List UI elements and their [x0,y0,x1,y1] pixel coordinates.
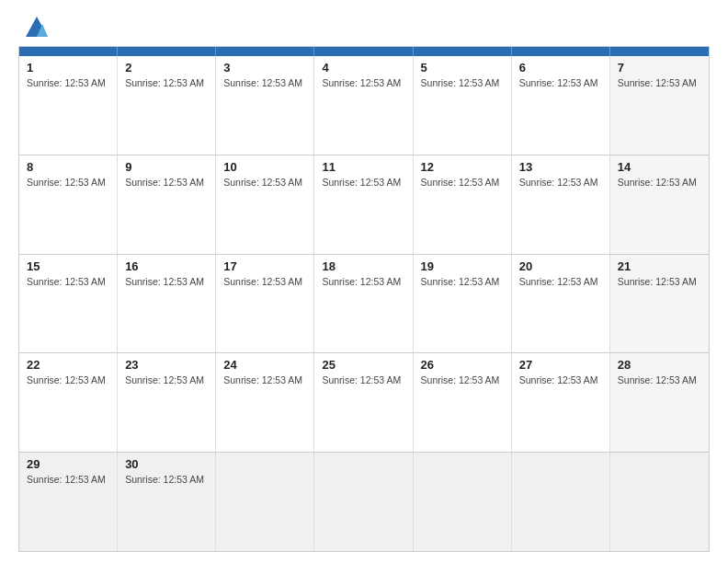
sunrise-time: Sunrise: 12:53 AM [27,177,106,188]
day-number: 27 [519,358,602,372]
page: 1Sunrise: 12:53 AM2Sunrise: 12:53 AM3Sun… [0,0,728,563]
day-cell-22: 22Sunrise: 12:53 AM [19,353,118,452]
day-cell-20: 20Sunrise: 12:53 AM [512,255,610,353]
day-number: 2 [125,61,208,75]
day-cell-13: 13Sunrise: 12:53 AM [512,155,610,254]
day-cell-19: 19Sunrise: 12:53 AM [414,255,512,353]
header-monday [118,47,216,56]
empty-cell [610,453,709,551]
day-number: 10 [223,160,306,174]
day-cell-21: 21Sunrise: 12:53 AM [610,255,709,353]
day-cell-26: 26Sunrise: 12:53 AM [414,353,512,452]
day-cell-9: 9Sunrise: 12:53 AM [118,155,216,254]
calendar-week-1: 1Sunrise: 12:53 AM2Sunrise: 12:53 AM3Sun… [19,56,709,155]
day-number: 16 [125,259,208,273]
day-cell-11: 11Sunrise: 12:53 AM [314,155,413,254]
day-number: 12 [421,160,504,174]
day-cell-12: 12Sunrise: 12:53 AM [414,155,512,254]
sunrise-time: Sunrise: 12:53 AM [223,374,302,385]
day-cell-3: 3Sunrise: 12:53 AM [216,56,314,155]
sunrise-time: Sunrise: 12:53 AM [618,77,697,88]
sunrise-time: Sunrise: 12:53 AM [125,276,204,287]
sunrise-time: Sunrise: 12:53 AM [421,77,500,88]
day-cell-24: 24Sunrise: 12:53 AM [216,353,314,452]
empty-cell [512,453,610,551]
sunrise-time: Sunrise: 12:53 AM [223,177,302,188]
day-number: 8 [27,160,109,174]
sunrise-time: Sunrise: 12:53 AM [618,374,697,385]
logo [18,15,50,40]
sunrise-time: Sunrise: 12:53 AM [322,177,401,188]
day-cell-8: 8Sunrise: 12:53 AM [19,155,118,254]
day-cell-5: 5Sunrise: 12:53 AM [414,56,512,155]
sunrise-time: Sunrise: 12:53 AM [223,276,302,287]
sunrise-time: Sunrise: 12:53 AM [27,276,106,287]
day-number: 9 [125,160,208,174]
sunrise-time: Sunrise: 12:53 AM [27,77,106,88]
sunrise-time: Sunrise: 12:53 AM [125,77,204,88]
sunrise-time: Sunrise: 12:53 AM [618,177,697,188]
day-cell-27: 27Sunrise: 12:53 AM [512,353,610,452]
sunrise-time: Sunrise: 12:53 AM [519,177,598,188]
day-number: 19 [421,259,504,273]
sunrise-time: Sunrise: 12:53 AM [421,276,500,287]
day-cell-30: 30Sunrise: 12:53 AM [118,453,216,551]
header-tuesday [216,47,314,56]
sunrise-time: Sunrise: 12:53 AM [125,177,204,188]
header-sunday [19,47,118,56]
sunrise-time: Sunrise: 12:53 AM [27,374,106,385]
day-cell-7: 7Sunrise: 12:53 AM [610,56,709,155]
day-number: 25 [322,358,404,372]
sunrise-time: Sunrise: 12:53 AM [125,474,204,485]
day-number: 17 [223,259,306,273]
sunrise-time: Sunrise: 12:53 AM [519,276,598,287]
day-cell-15: 15Sunrise: 12:53 AM [19,255,118,353]
day-number: 24 [223,358,306,372]
header-wednesday [314,47,413,56]
day-cell-2: 2Sunrise: 12:53 AM [118,56,216,155]
calendar-week-5: 29Sunrise: 12:53 AM30Sunrise: 12:53 AM [19,452,709,551]
day-cell-18: 18Sunrise: 12:53 AM [314,255,413,353]
logo-icon [24,15,50,40]
day-cell-28: 28Sunrise: 12:53 AM [610,353,709,452]
sunrise-time: Sunrise: 12:53 AM [421,177,500,188]
empty-cell [414,453,512,551]
header-thursday [414,47,512,56]
day-cell-6: 6Sunrise: 12:53 AM [512,56,610,155]
sunrise-time: Sunrise: 12:53 AM [322,77,401,88]
calendar-week-4: 22Sunrise: 12:53 AM23Sunrise: 12:53 AM24… [19,352,709,452]
empty-cell [314,453,413,551]
day-cell-16: 16Sunrise: 12:53 AM [118,255,216,353]
header [18,15,710,40]
calendar-week-3: 15Sunrise: 12:53 AM16Sunrise: 12:53 AM17… [19,254,709,353]
header-friday [512,47,610,56]
day-number: 5 [421,61,504,75]
calendar-week-2: 8Sunrise: 12:53 AM9Sunrise: 12:53 AM10Su… [19,155,709,254]
day-number: 1 [27,61,109,75]
day-number: 14 [618,160,701,174]
day-cell-1: 1Sunrise: 12:53 AM [19,56,118,155]
sunrise-time: Sunrise: 12:53 AM [519,374,598,385]
day-number: 26 [421,358,504,372]
sunrise-time: Sunrise: 12:53 AM [618,276,697,287]
sunrise-time: Sunrise: 12:53 AM [27,474,106,485]
day-cell-4: 4Sunrise: 12:53 AM [314,56,413,155]
sunrise-time: Sunrise: 12:53 AM [125,374,204,385]
calendar-body: 1Sunrise: 12:53 AM2Sunrise: 12:53 AM3Sun… [19,56,709,551]
day-number: 23 [125,358,208,372]
day-cell-25: 25Sunrise: 12:53 AM [314,353,413,452]
day-number: 20 [519,259,602,273]
calendar-header [19,47,709,56]
day-number: 18 [322,259,404,273]
sunrise-time: Sunrise: 12:53 AM [322,276,401,287]
day-number: 11 [322,160,404,174]
day-number: 4 [322,61,404,75]
day-number: 22 [27,358,109,372]
day-cell-29: 29Sunrise: 12:53 AM [19,453,118,551]
day-number: 6 [519,61,602,75]
day-cell-14: 14Sunrise: 12:53 AM [610,155,709,254]
day-cell-17: 17Sunrise: 12:53 AM [216,255,314,353]
day-number: 15 [27,259,109,273]
day-number: 28 [618,358,701,372]
day-number: 13 [519,160,602,174]
